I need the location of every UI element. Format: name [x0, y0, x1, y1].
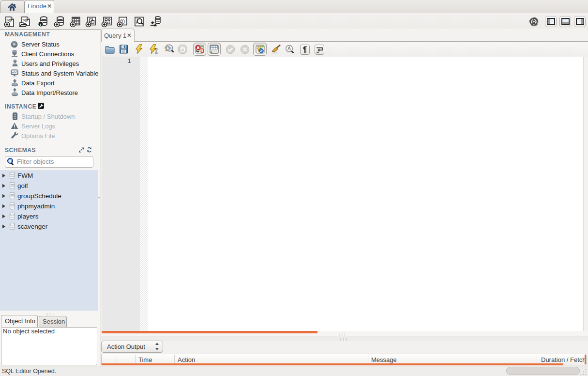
svg-text:SQL: SQL [7, 18, 13, 22]
svg-text:(): () [122, 19, 125, 24]
svg-text:i: i [40, 22, 41, 27]
svg-text:SQL: SQL [23, 18, 29, 22]
